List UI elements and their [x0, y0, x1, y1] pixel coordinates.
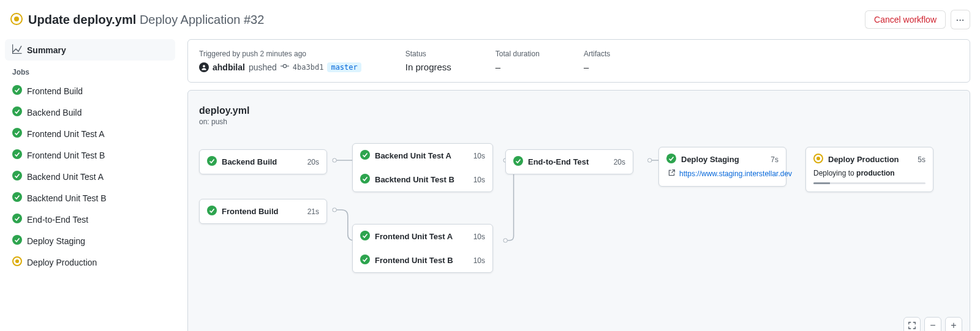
sidebar-item-summary[interactable]: Summary	[5, 39, 175, 61]
job-label: Backtend Unit Test B	[27, 193, 107, 203]
check-icon	[513, 156, 523, 168]
sidebar-item-job[interactable]: Backtend Unit Test B	[5, 187, 175, 209]
graph-node-deploy-production[interactable]: Deploy Production 5s Deploying to produc…	[805, 147, 933, 192]
check-icon	[360, 150, 370, 162]
svg-point-2	[12, 85, 22, 95]
svg-point-3	[12, 106, 22, 116]
commit-icon	[281, 62, 289, 72]
title-secondary: Deploy Application #32	[140, 13, 264, 26]
node-time: 21s	[307, 207, 319, 216]
node-label: Backend Build	[222, 157, 303, 166]
artifacts-value: –	[584, 62, 610, 72]
check-icon	[207, 156, 217, 168]
graph-node-backend-build[interactable]: Backend Build 20s	[199, 149, 327, 174]
svg-point-33	[360, 174, 370, 184]
sidebar-item-job[interactable]: Frontend Unit Test A	[5, 123, 175, 144]
svg-point-9	[12, 235, 22, 245]
job-label: Backend Build	[27, 108, 82, 117]
workflow-name: deploy.yml	[199, 105, 959, 116]
zoom-in-button[interactable]: +	[945, 317, 962, 331]
check-icon	[12, 128, 22, 139]
job-label: Frontend Unit Test A	[27, 129, 105, 139]
summary-label: Summary	[27, 45, 66, 55]
node-label: Deploy Staging	[681, 155, 766, 164]
node-label: Backend Unit Test A	[375, 151, 469, 160]
node-label: Frontend Unit Test A	[375, 232, 469, 241]
zoom-out-button[interactable]: −	[924, 317, 941, 331]
run-status-icon	[10, 12, 23, 28]
node-time: 10s	[473, 256, 485, 265]
actor-name[interactable]: ahdbilal	[213, 62, 245, 72]
workflow-graph-panel: deploy.yml on: push	[187, 90, 970, 331]
job-label: Frontend Unit Test B	[27, 151, 105, 160]
graph-node-deploy-staging[interactable]: Deploy Staging 7s https://www.staging.in…	[658, 147, 786, 187]
status-value: In progress	[405, 62, 451, 72]
check-icon	[360, 231, 370, 242]
graph-node-frontend-tests[interactable]: Frontend Unit Test A 10s Frontend Unit T…	[352, 224, 493, 273]
graph-node-e2e[interactable]: End-to-End Test 20s	[505, 149, 633, 174]
sidebar-item-job[interactable]: End-to-End Test	[5, 209, 175, 230]
check-icon	[207, 206, 217, 217]
svg-point-8	[12, 214, 22, 223]
svg-point-23	[503, 239, 507, 242]
node-time: 10s	[473, 152, 485, 160]
pushed-text: pushed	[249, 62, 277, 72]
in-progress-icon	[12, 256, 22, 268]
sidebar-item-job[interactable]: Frontend Build	[5, 80, 175, 102]
svg-point-13	[283, 64, 286, 67]
triggered-label: Triggered by push 2 minutes ago	[199, 50, 361, 58]
check-icon	[12, 171, 22, 182]
workflow-trigger: on: push	[199, 117, 959, 126]
jobs-heading: Jobs	[5, 61, 175, 80]
svg-point-35	[360, 255, 370, 264]
node-time: 10s	[473, 232, 485, 241]
node-time: 5s	[918, 155, 925, 164]
cancel-workflow-button[interactable]: Cancel workflow	[865, 10, 946, 29]
page-title: Update deploy.yml Deploy Application #32	[28, 12, 264, 28]
duration-value: –	[496, 62, 540, 72]
graph-node-backend-tests[interactable]: Backend Unit Test A 10s Backtend Unit Te…	[352, 143, 493, 192]
branch-pill[interactable]: master	[327, 62, 361, 72]
external-link-icon	[668, 169, 676, 179]
sidebar-item-job[interactable]: Frontend Unit Test B	[5, 144, 175, 166]
check-icon	[666, 154, 676, 165]
commit-sha[interactable]: 4ba3bd1	[293, 63, 324, 72]
job-label: Backend Unit Test A	[27, 172, 104, 182]
in-progress-icon	[813, 154, 823, 165]
svg-point-30	[207, 156, 217, 166]
check-icon	[12, 192, 22, 204]
deploy-url[interactable]: https://www.staging.interstellar.dev	[679, 169, 792, 178]
svg-point-5	[12, 149, 22, 159]
svg-point-7	[12, 192, 22, 202]
node-time: 7s	[771, 155, 778, 164]
graph-node-frontend-build[interactable]: Frontend Build 21s	[199, 199, 327, 224]
svg-point-12	[203, 65, 205, 67]
node-label: End-to-End Test	[528, 157, 609, 166]
svg-point-34	[360, 231, 370, 240]
graph-icon	[12, 44, 22, 56]
deploy-progress	[813, 182, 925, 184]
fullscreen-button[interactable]	[903, 317, 921, 331]
svg-point-1	[14, 17, 19, 21]
sidebar-item-job[interactable]: Deploy Staging	[5, 230, 175, 251]
sidebar-item-job[interactable]: Backend Unit Test A	[5, 166, 175, 187]
deploy-subtext: Deploying to production	[813, 169, 925, 177]
node-label: Backtend Unit Test B	[375, 175, 469, 184]
check-icon	[12, 235, 22, 247]
svg-point-4	[12, 128, 22, 138]
graph-toolbar: − +	[903, 317, 962, 331]
node-label: Deploy Production	[828, 155, 913, 164]
graph-area[interactable]: Backend Build 20s Frontend Build 21s Bac…	[199, 146, 959, 305]
svg-point-39	[816, 157, 820, 160]
svg-point-36	[513, 156, 523, 166]
actions-kebab-button[interactable]: ···	[951, 10, 970, 29]
check-icon	[12, 214, 22, 225]
sidebar-item-job[interactable]: Backend Build	[5, 102, 175, 123]
sidebar-item-job[interactable]: Deploy Production	[5, 251, 175, 273]
check-icon	[360, 174, 370, 185]
status-label: Status	[405, 50, 451, 58]
svg-point-37	[666, 154, 676, 163]
svg-point-6	[12, 171, 22, 180]
kebab-icon: ···	[956, 15, 965, 24]
node-label: Frontend Build	[222, 207, 303, 216]
